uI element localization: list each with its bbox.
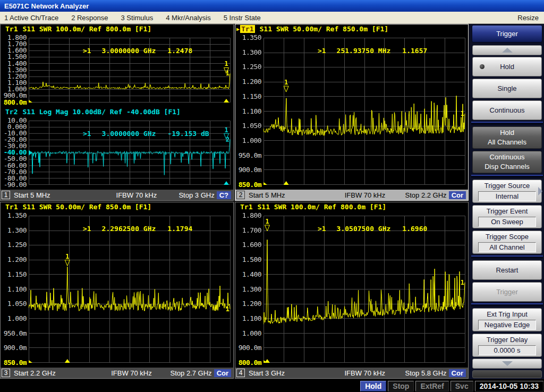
channel-window-1: ▶Tr1S11 SWR 100.0m/ Ref 800.0m [F1] 1.80… bbox=[0, 24, 234, 201]
plot-ch4-tr1: 1.8001.7001.6001.5001.4001.3001.2001.100… bbox=[235, 211, 468, 368]
softkey-hold[interactable]: Hold bbox=[472, 57, 542, 76]
channel-number: 1 bbox=[2, 191, 10, 199]
channel-status-bar-2[interactable]: 2 Start 5 MHz IFBW 70 kHz Stop 2.2 GHz C… bbox=[235, 190, 468, 200]
softkey-separator bbox=[471, 175, 543, 178]
status-hold-indicator: Hold bbox=[360, 381, 386, 391]
active-trace-arrow-icon: ▶ bbox=[236, 26, 240, 32]
ifbw-value: IFBW 70 kHz bbox=[94, 191, 178, 199]
plot-ch1-tr2: 10.000.000-10.00-20.00-30.00-40.00-50.00… bbox=[1, 116, 233, 190]
softkey-scroll-down-button[interactable] bbox=[472, 359, 542, 369]
channel-window-3: ▶Tr1S11 SWR 50.00m/ Ref 850.0m [F1] 1.35… bbox=[0, 202, 234, 379]
softkey-trigger-delay[interactable]: Trigger Delay0.0000 s bbox=[472, 334, 542, 357]
channel-grid: ▶Tr1S11 SWR 100.0m/ Ref 800.0m [F1] 1.80… bbox=[0, 24, 469, 379]
ifbw-value: IFBW 70 kHz bbox=[325, 369, 405, 377]
channel-number: 2 bbox=[236, 191, 245, 199]
softkey-single[interactable]: Single bbox=[472, 79, 542, 98]
trace-header-ch3-tr1[interactable]: ▶Tr1S11 SWR 50.00m/ Ref 850.0m [F1] bbox=[1, 202, 233, 211]
softkey-trigger-scope[interactable]: Trigger ScopeAll Channel bbox=[472, 231, 542, 254]
marker-readout: >13.0000000 GHz-19.153 dB bbox=[33, 122, 209, 146]
menu-mkr-analysis[interactable]: 4 Mkr/Analysis bbox=[166, 14, 211, 22]
status-extref-indicator: ExtRef bbox=[415, 381, 448, 391]
menu-response[interactable]: 2 Response bbox=[71, 14, 108, 22]
scroll-down-icon bbox=[502, 361, 513, 366]
trace-header-ch1-tr2[interactable]: ▶Tr2S11 Log Mag 10.00dB/ Ref -40.00dB [F… bbox=[1, 107, 233, 116]
status-datetime: 2014-10-05 10:33 bbox=[475, 381, 543, 391]
marker-readout: >13.0507500 GHz1.6960 bbox=[268, 217, 427, 241]
start-frequency: Start 5 MHz bbox=[14, 191, 94, 199]
softkey-menu-title: Trigger bbox=[472, 25, 542, 42]
radio-selected-icon bbox=[480, 64, 484, 69]
channel-status-bar-1[interactable]: 1 Start 5 MHz IFBW 70 kHz Stop 3 GHz C? bbox=[1, 190, 233, 200]
y-axis-labels: 1.8001.7001.6001.5001.4001.3001.2001.100… bbox=[235, 216, 264, 363]
status-svc-indicator: Svc bbox=[450, 381, 473, 391]
calibration-badge: Cor bbox=[214, 369, 231, 377]
channel-window-2: ▶Tr1S11 SWR 50.00m/ Ref 850.0m [F1] 1.35… bbox=[235, 24, 469, 201]
window-title-bar: E5071C Network Analyzer bbox=[0, 0, 544, 12]
softkey-hold-all-channels[interactable]: HoldAll Channels bbox=[472, 126, 542, 149]
softkey-separator bbox=[471, 122, 543, 125]
menu-stimulus[interactable]: 3 Stimulus bbox=[121, 14, 154, 22]
channel-window-4: ▶Tr1S11 SWR 100.0m/ Ref 800.0m [F1] 1.80… bbox=[235, 202, 469, 379]
trace-header-ch1-tr1[interactable]: ▶Tr1S11 SWR 100.0m/ Ref 800.0m [F1] bbox=[1, 24, 233, 33]
stop-frequency: Stop 2.7 GHz bbox=[171, 369, 212, 377]
stop-frequency: Stop 2.2 GHz bbox=[405, 191, 447, 199]
softkey-continuous[interactable]: Continuous bbox=[472, 100, 542, 120]
marker-readout: >1251.93750 MHz1.1657 bbox=[268, 39, 427, 63]
y-axis-labels: 1.8001.7001.6001.5001.4001.3001.2001.100… bbox=[1, 38, 29, 103]
softkey-separator bbox=[471, 255, 543, 259]
marker-readout: >12.2962500 GHz1.1794 bbox=[33, 217, 192, 241]
softkey-restart[interactable]: Restart bbox=[472, 260, 542, 280]
channel-status-bar-3[interactable]: 3 Start 2.2 GHz IFBW 70 kHz Stop 2.7 GHz… bbox=[1, 368, 233, 378]
ifbw-value: IFBW 70 kHz bbox=[325, 191, 405, 199]
softkey-empty-area bbox=[472, 370, 542, 378]
softkey-continuous-disp-channels[interactable]: ContinuousDisp Channels bbox=[472, 151, 542, 173]
calibration-badge: Cor bbox=[449, 191, 466, 199]
plot-ch3-tr1: 1.3501.3001.2501.2001.1501.1001.0501.000… bbox=[1, 211, 233, 368]
scroll-up-icon bbox=[502, 48, 513, 53]
status-stop-indicator: Stop bbox=[388, 381, 414, 391]
instrument-status-bar: Hold Stop ExtRef Svc 2014-10-05 10:33 bbox=[0, 380, 544, 392]
start-frequency: Start 3 GHz bbox=[249, 369, 325, 377]
softkey-menu: Trigger Hold Single Continuous HoldAll C… bbox=[469, 24, 544, 379]
channel-number: 4 bbox=[236, 369, 245, 377]
stop-frequency: Stop 3 GHz bbox=[178, 191, 214, 199]
ifbw-value: IFBW 70 kHz bbox=[92, 369, 170, 377]
calibration-badge: C? bbox=[217, 191, 231, 199]
y-axis-labels: 1.3501.3001.2501.2001.1501.1001.0501.000… bbox=[1, 216, 29, 363]
window-title: E5071C Network Analyzer bbox=[4, 2, 89, 10]
menu-active-ch-trace[interactable]: 1 Active Ch/Trace bbox=[4, 14, 58, 22]
channel-number: 3 bbox=[2, 369, 10, 377]
start-frequency: Start 2.2 GHz bbox=[14, 369, 92, 377]
softkey-trigger-event[interactable]: Trigger EventOn Sweep bbox=[472, 205, 542, 228]
channel-status-bar-4[interactable]: 4 Start 3 GHz IFBW 70 kHz Stop 5.8 GHz C… bbox=[235, 368, 468, 378]
softkey-ext-trig-input[interactable]: Ext Trig InputNegative Edge bbox=[472, 308, 542, 331]
trace-header-ch2-tr1[interactable]: ▶Tr1S11 SWR 50.00m/ Ref 850.0m [F1] bbox=[235, 24, 468, 33]
softkey-trigger-disabled: Trigger bbox=[472, 282, 542, 302]
softkey-scroll-up-button[interactable] bbox=[472, 45, 542, 55]
y-axis-labels: 10.000.000-10.00-20.00-30.00-40.00-50.00… bbox=[1, 121, 29, 185]
softkey-trigger-source[interactable]: Trigger SourceInternal bbox=[472, 180, 542, 203]
start-frequency: Start 5 MHz bbox=[249, 191, 325, 199]
y-axis-labels: 1.3501.3001.2501.2001.1501.1001.0501.000… bbox=[235, 38, 264, 185]
menu-instr-state[interactable]: 5 Instr State bbox=[224, 14, 261, 22]
menu-resize[interactable]: Resize bbox=[517, 14, 539, 22]
marker-readout: >13.0000000 GHz1.2478 bbox=[33, 39, 192, 63]
calibration-badge: Cor bbox=[449, 369, 466, 377]
trace-header-ch4-tr1[interactable]: ▶Tr1S11 SWR 100.0m/ Ref 800.0m [F1] bbox=[235, 202, 468, 211]
submenu-arrow-icon bbox=[538, 187, 542, 195]
plot-ch2-tr1: 1.3501.3001.2501.2001.1501.1001.0501.000… bbox=[235, 33, 468, 190]
softkey-separator bbox=[471, 303, 543, 306]
plot-ch1-tr1: 1.8001.7001.6001.5001.4001.3001.2001.100… bbox=[1, 33, 233, 107]
stop-frequency: Stop 5.8 GHz bbox=[405, 369, 447, 377]
menu-bar: 1 Active Ch/Trace 2 Response 3 Stimulus … bbox=[0, 12, 544, 24]
